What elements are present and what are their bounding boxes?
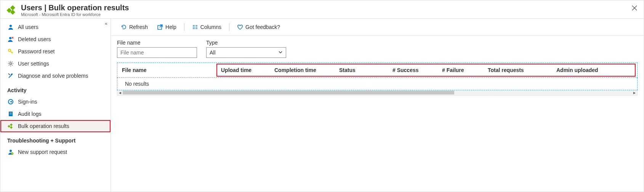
sidebar-item-diagnose[interactable]: Diagnose and solve problems [0,70,111,82]
column-header-file-name[interactable]: File name [117,67,216,73]
svg-rect-12 [10,123,13,126]
sidebar-section-support: Troubleshooting + Support [0,132,111,146]
blade-body: « All users Deleted users Password reset… [0,19,644,192]
svg-rect-10 [10,114,12,114]
gear-icon [7,60,14,67]
toolbar: Refresh Help Columns Got feedback? [111,19,644,36]
svg-rect-1 [10,5,15,10]
sidebar-item-label: Audit logs [18,111,41,117]
scroll-left-arrow[interactable]: ◄ [117,91,123,95]
wrench-icon [7,72,14,79]
type-select-value: All [210,50,216,56]
svg-rect-13 [10,126,13,129]
no-results-row: No results [117,78,638,90]
filter-type: Type All [206,40,286,58]
filters: File name Type All [111,36,644,62]
column-header-total-requests[interactable]: Total requests [483,67,552,73]
filter-label: Type [206,40,286,46]
sidebar: « All users Deleted users Password reset… [0,19,111,192]
sidebar-item-sign-ins[interactable]: Sign-ins [0,96,111,108]
sidebar-item-support-request[interactable]: New support request [0,146,111,158]
support-icon [7,149,14,155]
feedback-label: Got feedback? [245,24,280,30]
main-content: Refresh Help Columns Got feedback? File … [111,19,644,192]
columns-button[interactable]: Columns [188,22,225,32]
svg-rect-9 [10,113,12,113]
help-button[interactable]: Help [153,22,180,32]
svg-point-4 [9,37,11,39]
chevron-down-icon [278,50,283,56]
sidebar-section-activity: Activity [0,82,111,96]
bulk-results-icon [6,4,17,15]
horizontal-scrollbar[interactable]: ◄ ► [117,90,638,96]
svg-point-14 [10,150,12,152]
sidebar-item-password-reset[interactable]: Password reset [0,45,111,58]
scrollbar-thumb[interactable] [123,91,454,94]
column-header-success[interactable]: # Success [388,67,437,73]
refresh-label: Refresh [129,24,148,30]
svg-point-3 [10,25,12,27]
bulk-icon [7,123,14,130]
sidebar-item-label: All users [18,24,38,30]
columns-icon [192,24,198,30]
signin-icon [7,98,14,105]
sidebar-item-all-users[interactable]: All users [0,21,111,33]
refresh-button[interactable]: Refresh [117,22,152,32]
filter-label: File name [117,40,197,46]
sidebar-item-label: Diagnose and solve problems [18,73,88,79]
close-button[interactable] [630,3,639,13]
filter-file-name: File name [117,40,197,58]
column-header-failure[interactable]: # Failure [437,67,483,73]
sidebar-item-label: New support request [18,149,67,155]
blade-header: Users | Bulk operation results Microsoft… [0,0,644,19]
sidebar-item-bulk-results[interactable]: Bulk operation results [0,120,111,132]
sidebar-item-audit-logs[interactable]: Audit logs [0,108,111,120]
columns-label: Columns [200,24,221,30]
page-subtitle: Microsoft - Microsoft Entra ID for workf… [21,12,638,17]
column-header-completion-time[interactable]: Completion time [270,67,335,73]
file-name-input[interactable] [117,47,197,58]
user-x-icon [7,36,14,43]
results-table: File name Upload time Completion time St… [111,62,644,96]
user-icon [7,24,14,30]
column-header-status[interactable]: Status [335,67,388,73]
sidebar-item-label: Deleted users [18,36,51,42]
table-header-row: File name Upload time Completion time St… [117,62,638,78]
sidebar-item-label: Sign-ins [18,99,37,105]
type-select[interactable]: All [206,47,286,58]
collapse-sidebar-button[interactable]: « [105,21,107,26]
scroll-right-arrow[interactable]: ► [632,91,637,95]
toolbar-separator [229,23,229,31]
log-icon [7,110,14,117]
toolbar-separator [184,23,184,31]
sidebar-item-label: Password reset [18,48,54,54]
sidebar-item-label: User settings [18,61,49,67]
refresh-icon [121,24,127,30]
sidebar-item-user-settings[interactable]: User settings [0,58,111,70]
page-title: Users | Bulk operation results [21,3,638,12]
svg-point-6 [10,63,12,65]
key-icon [7,48,14,55]
column-header-upload-time[interactable]: Upload time [216,67,270,73]
help-label: Help [165,24,176,30]
heart-icon [237,24,243,30]
feedback-button[interactable]: Got feedback? [233,22,284,32]
sidebar-item-deleted-users[interactable]: Deleted users [0,33,111,45]
column-header-admin-uploaded[interactable]: Admin uploaded [552,67,637,73]
external-link-icon [157,24,163,30]
svg-rect-11 [8,125,10,128]
sidebar-item-label: Bulk operation results [18,123,69,129]
